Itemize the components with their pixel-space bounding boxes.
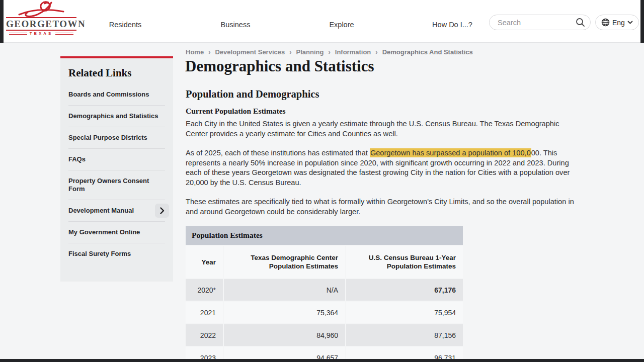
nav-item-how-do-i[interactable]: How Do I...?	[432, 21, 472, 29]
logo-wordmark: GEORGETOWN	[6, 17, 76, 31]
sidebar-item-label: Demographics and Statistics	[68, 112, 158, 120]
table-caption: Population Estimates	[186, 226, 463, 245]
cell-census-estimate: 87,156	[345, 324, 463, 346]
column-header-census-estimates: U.S. Census Bureau 1-Year Population Est…	[345, 246, 463, 278]
logo-rule-right	[55, 33, 73, 35]
breadcrumb-development-services[interactable]: Development Services	[215, 48, 285, 56]
related-links-title: Related Links	[68, 67, 165, 79]
breadcrumb-separator-icon: ›	[375, 48, 377, 56]
search-box[interactable]	[489, 15, 591, 30]
logo-rule-left	[9, 33, 27, 35]
screen-edge-left	[0, 0, 4, 43]
cell-tdc-estimate: 75,364	[223, 302, 345, 323]
highlighted-text: Georgetown has surpassed a population of…	[370, 148, 531, 157]
cell-year: 2020*	[186, 279, 223, 301]
main-content: Population and Demographics Current Popu…	[186, 88, 579, 362]
breadcrumb-separator-icon: ›	[328, 48, 330, 56]
cell-tdc-estimate: N/A	[223, 279, 345, 301]
breadcrumb: Home › Development Services › Planning ›…	[186, 48, 473, 56]
logo-state-label: TEXAS	[30, 31, 53, 36]
breadcrumb-information[interactable]: Information	[335, 48, 371, 56]
sidebar-item-label: Special Purpose Districts	[68, 134, 147, 141]
paragraph-city-limits: These estimates are specifically tied to…	[186, 197, 579, 217]
sidebar-item-property-owners-consent-form[interactable]: Property Owners Consent Form	[68, 170, 165, 200]
section-heading: Population and Demographics	[186, 88, 579, 100]
screen-edge-bottom	[0, 359, 644, 362]
table-row: 2022 84,960 87,156	[186, 324, 463, 346]
breadcrumb-planning[interactable]: Planning	[296, 48, 324, 56]
site-logo[interactable]: GEORGETOWN TEXAS	[6, 1, 76, 36]
related-links-panel: Related Links Boards and Commissions Dem…	[60, 56, 173, 282]
sidebar-item-label: Development Manual	[68, 207, 134, 214]
logo-flourish-icon	[17, 1, 65, 17]
language-label: Eng	[612, 19, 625, 27]
language-selector[interactable]: Eng	[595, 15, 639, 30]
chevron-down-icon	[627, 21, 633, 25]
sidebar-item-special-purpose-districts[interactable]: Special Purpose Districts	[68, 127, 165, 149]
search-input[interactable]	[498, 19, 576, 27]
column-header-year: Year	[186, 246, 223, 278]
sidebar-item-label: Property Owners Consent Form	[68, 177, 149, 193]
column-header-tdc-estimates: Texas Demographic Center Population Esti…	[223, 246, 345, 278]
nav-item-explore[interactable]: Explore	[329, 21, 354, 29]
paragraph-population-milestone: As of 2025, each of these institutions h…	[186, 148, 579, 188]
globe-icon	[601, 18, 610, 27]
population-estimates-table: Population Estimates Year Texas Demograp…	[186, 226, 463, 362]
paragraph-text: As of 2025, each of these institutions h…	[186, 149, 370, 157]
cell-census-estimate: 75,954	[345, 302, 463, 323]
nav-item-residents[interactable]: Residents	[109, 21, 141, 29]
sidebar-item-demographics-and-statistics[interactable]: Demographics and Statistics	[68, 106, 165, 127]
breadcrumb-current-page: Demographics And Statistics	[382, 48, 473, 56]
sidebar-item-my-government-online[interactable]: My Government Online	[68, 222, 165, 243]
nav-item-business[interactable]: Business	[221, 21, 251, 29]
table-header-row: Year Texas Demographic Center Population…	[186, 246, 463, 278]
expand-submenu-button[interactable]	[155, 204, 169, 218]
breadcrumb-separator-icon: ›	[208, 48, 210, 56]
search-icon[interactable]	[576, 18, 585, 27]
breadcrumb-home[interactable]: Home	[186, 48, 204, 56]
cell-year: 2022	[186, 324, 223, 346]
table-row: 2021 75,364 75,954	[186, 302, 463, 323]
subsection-heading: Current Population Estimates	[186, 107, 579, 116]
cell-census-estimate: 67,176	[345, 279, 463, 301]
sidebar-item-label: My Government Online	[68, 228, 140, 236]
breadcrumb-separator-icon: ›	[289, 48, 291, 56]
cell-year: 2021	[186, 302, 223, 323]
page-title: Demographics and Statistics	[185, 57, 374, 75]
sidebar-item-label: Fiscal Surety Forms	[68, 250, 131, 257]
sidebar-item-boards-and-commissions[interactable]: Boards and Commissions	[68, 84, 165, 106]
page: GEORGETOWN TEXAS Residents Business Expl…	[0, 0, 644, 362]
sidebar-item-development-manual[interactable]: Development Manual	[68, 200, 165, 222]
screen-edge-right	[640, 0, 644, 43]
paragraph-census-estimates: Each City in the United States is given …	[186, 119, 579, 139]
sidebar-item-fiscal-surety-forms[interactable]: Fiscal Surety Forms	[68, 243, 165, 264]
sidebar-item-label: Boards and Commissions	[68, 90, 149, 98]
sidebar-item-label: FAQs	[68, 155, 86, 163]
chevron-right-icon	[160, 207, 165, 214]
logo-subtext: TEXAS	[6, 31, 76, 36]
table-row: 2020* N/A 67,176	[186, 279, 463, 301]
cell-tdc-estimate: 84,960	[223, 324, 345, 346]
site-header: GEORGETOWN TEXAS Residents Business Expl…	[0, 0, 644, 43]
sidebar-item-faqs[interactable]: FAQs	[68, 149, 165, 170]
